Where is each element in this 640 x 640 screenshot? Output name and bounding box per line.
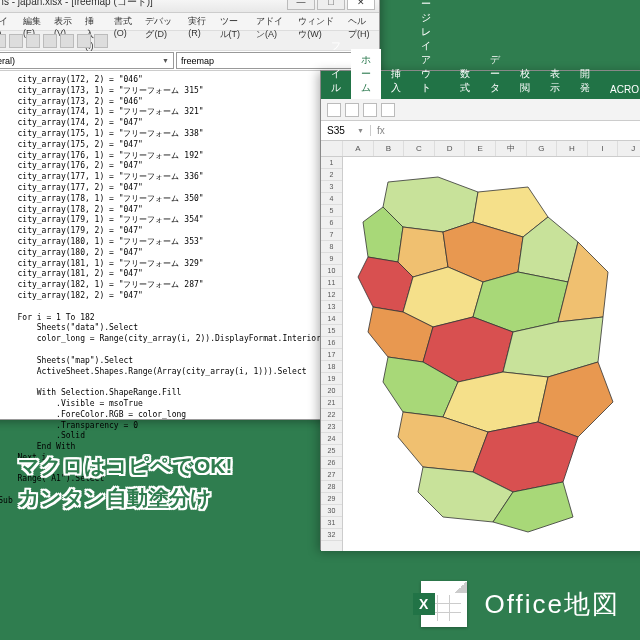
row-header[interactable]: 11	[321, 277, 342, 289]
row-header[interactable]: 30	[321, 505, 342, 517]
column-headers: ABCDE中GHIJ	[321, 141, 640, 157]
vba-menu-item[interactable]: 編集(E)	[17, 13, 48, 30]
row-header[interactable]: 5	[321, 205, 342, 217]
excel-tab[interactable]: 挿入	[381, 63, 411, 99]
excel-tab[interactable]: ホーム	[351, 49, 381, 99]
chevron-down-icon: ▼	[357, 127, 364, 134]
name-box[interactable]: S35 ▼	[321, 125, 371, 136]
row-header[interactable]: 29	[321, 493, 342, 505]
excel-window: ファイルホーム挿入ページ レイアウト数式データ校閲表示開発ACRO S35 ▼ …	[320, 70, 640, 550]
row-header[interactable]: 26	[321, 457, 342, 469]
row-header[interactable]: 15	[321, 325, 342, 337]
row-header[interactable]: 10	[321, 265, 342, 277]
row-header[interactable]: 14	[321, 313, 342, 325]
column-header[interactable]: C	[404, 141, 435, 156]
vba-titlebar: ications - japan.xlsx - [freemap (コード)] …	[0, 0, 379, 13]
row-header[interactable]: 8	[321, 241, 342, 253]
row-header[interactable]: 31	[321, 517, 342, 529]
column-header[interactable]: D	[435, 141, 466, 156]
excel-ribbon-tabs: ファイルホーム挿入ページ レイアウト数式データ校閲表示開発ACRO	[321, 71, 640, 99]
toolbar-icon[interactable]	[9, 34, 23, 48]
row-header[interactable]: 1	[321, 157, 342, 169]
fx-icon[interactable]: fx	[371, 125, 391, 136]
excel-file-icon: X	[421, 581, 467, 627]
row-header[interactable]: 12	[321, 289, 342, 301]
row-header[interactable]: 6	[321, 217, 342, 229]
formula-input[interactable]	[391, 121, 640, 140]
vba-menu-item[interactable]: ヘルプ(H)	[342, 13, 379, 30]
cut-icon[interactable]	[345, 103, 359, 117]
vba-menu-item[interactable]: ファイル(F)	[0, 13, 17, 30]
excel-x-badge: X	[413, 593, 435, 615]
vba-object-dropdown[interactable]: (General) ▼	[0, 52, 174, 69]
toolbar-icon[interactable]	[94, 34, 108, 48]
excel-tab[interactable]: 表示	[540, 63, 570, 99]
vba-menubar: ファイル(F)編集(E)表示(V)挿入(I)書式(O)デバッグ(D)実行(R)ツ…	[0, 13, 379, 31]
format-painter-icon[interactable]	[381, 103, 395, 117]
tagline-line1: マクロはコピペでOK!	[18, 450, 233, 482]
vba-title-text: ications - japan.xlsx - [freemap (コード)]	[0, 0, 287, 9]
excel-grid-body: 1234567891011121314151617181920212223242…	[321, 157, 640, 551]
row-header[interactable]: 24	[321, 433, 342, 445]
vba-menu-item[interactable]: 表示(V)	[48, 13, 79, 30]
row-header[interactable]: 20	[321, 385, 342, 397]
column-header[interactable]: H	[557, 141, 588, 156]
excel-quick-toolbar	[321, 99, 640, 121]
row-header[interactable]: 3	[321, 181, 342, 193]
row-header[interactable]: 21	[321, 397, 342, 409]
chiba-choropleth-map	[348, 162, 638, 542]
excel-tab[interactable]: ファイル	[321, 35, 351, 99]
column-header[interactable]: J	[618, 141, 640, 156]
toolbar-icon[interactable]	[77, 34, 91, 48]
excel-tab[interactable]: 開発	[570, 63, 600, 99]
vba-menu-item[interactable]: ツール(T)	[214, 13, 250, 30]
row-header[interactable]: 27	[321, 469, 342, 481]
excel-tab[interactable]: データ	[480, 49, 510, 99]
row-header[interactable]: 28	[321, 481, 342, 493]
toolbar-icon[interactable]	[26, 34, 40, 48]
vba-menu-item[interactable]: 書式(O)	[108, 13, 140, 30]
row-header[interactable]: 32	[321, 529, 342, 541]
excel-tab[interactable]: ACRO	[600, 80, 640, 99]
row-header[interactable]: 22	[321, 409, 342, 421]
row-header[interactable]: 19	[321, 373, 342, 385]
column-header[interactable]: E	[465, 141, 496, 156]
paste-icon[interactable]	[327, 103, 341, 117]
row-header[interactable]: 9	[321, 253, 342, 265]
toolbar-icon[interactable]	[0, 34, 6, 48]
column-header[interactable]: B	[374, 141, 405, 156]
excel-tab[interactable]: 数式	[450, 63, 480, 99]
close-button[interactable]: ✕	[347, 0, 375, 10]
cell-reference: S35	[327, 125, 345, 136]
row-header[interactable]: 2	[321, 169, 342, 181]
excel-sheet-canvas[interactable]	[343, 157, 640, 551]
promo-tagline: マクロはコピペでOK! カンタン自動塗分け	[18, 450, 233, 513]
row-header[interactable]: 25	[321, 445, 342, 457]
vba-menu-item[interactable]: ウィンドウ(W)	[292, 13, 342, 30]
row-header[interactable]: 18	[321, 361, 342, 373]
column-header[interactable]: I	[588, 141, 619, 156]
column-header[interactable]: G	[527, 141, 558, 156]
vba-menu-item[interactable]: アドイン(A)	[250, 13, 292, 30]
vba-menu-item[interactable]: デバッグ(D)	[139, 13, 182, 30]
row-header[interactable]: 7	[321, 229, 342, 241]
toolbar-icon[interactable]	[43, 34, 57, 48]
row-header[interactable]: 13	[321, 301, 342, 313]
select-all-corner[interactable]	[321, 141, 343, 156]
row-header[interactable]: 17	[321, 349, 342, 361]
vba-procedure-value: freemap	[181, 56, 214, 66]
column-header[interactable]: 中	[496, 141, 527, 156]
toolbar-icon[interactable]	[60, 34, 74, 48]
vba-menu-item[interactable]: 実行(R)	[182, 13, 213, 30]
copy-icon[interactable]	[363, 103, 377, 117]
excel-tab[interactable]: ページ レイアウト	[411, 0, 450, 99]
row-header[interactable]: 16	[321, 337, 342, 349]
column-header[interactable]: A	[343, 141, 374, 156]
row-header[interactable]: 4	[321, 193, 342, 205]
row-headers: 1234567891011121314151617181920212223242…	[321, 157, 343, 551]
minimize-button[interactable]: —	[287, 0, 315, 10]
vba-menu-item[interactable]: 挿入(I)	[79, 13, 108, 30]
maximize-button[interactable]: □	[317, 0, 345, 10]
row-header[interactable]: 23	[321, 421, 342, 433]
excel-tab[interactable]: 校閲	[510, 63, 540, 99]
